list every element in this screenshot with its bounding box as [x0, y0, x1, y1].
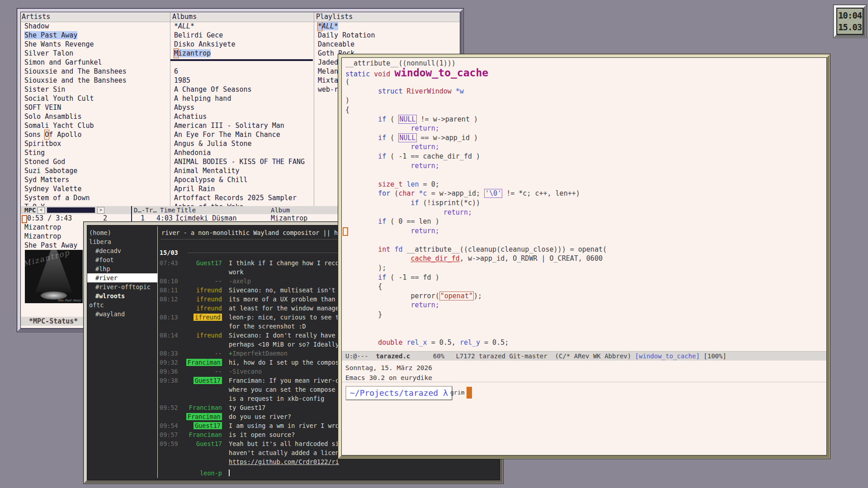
album-item[interactable]: Mizantrop	[170, 49, 314, 58]
eshell-input[interactable]: grim	[450, 389, 464, 396]
artist-item[interactable]: System of a Down	[21, 193, 170, 202]
escape-literal: '\0'	[484, 189, 502, 198]
artist-item[interactable]: She Wants Revenge	[21, 40, 170, 49]
artist-item[interactable]: SOFT VEIN	[21, 103, 170, 112]
nick-cell: Guest17	[180, 421, 222, 430]
channel-list[interactable]: (home)libera#decadv#foot#lhp#river#river…	[87, 228, 157, 319]
playlist-label: *ALL*	[318, 22, 338, 30]
album-item[interactable]: Belirdi Gece	[170, 31, 314, 40]
prev-track-button[interactable]: <	[38, 207, 45, 214]
artist-label: Siouxsie and the Banshees	[24, 76, 127, 84]
code-token: NULL	[398, 133, 416, 142]
channel-item-lhp[interactable]: #lhp	[87, 264, 157, 273]
message-nick: --	[215, 277, 222, 285]
artist-item[interactable]: Syd Matters	[21, 175, 170, 184]
album-item[interactable]: Anhedonia	[170, 148, 314, 157]
artist-item[interactable]: Sydney Valette	[21, 184, 170, 193]
dashboard-date: Sonntag, 15. März 2026	[345, 363, 432, 372]
artist-item[interactable]: Siouxsie and the Banshees	[21, 76, 170, 85]
code-token: perror(	[345, 292, 439, 300]
album-item[interactable]: Apocalypse & Chill	[170, 175, 314, 184]
artist-item[interactable]: Siouxsie and The Banshees	[21, 67, 170, 76]
cursor-box	[22, 215, 27, 223]
album-item[interactable]: Abyss	[170, 103, 314, 112]
playlist-item[interactable]: *ALL*	[314, 22, 460, 31]
albums-list[interactable]: *ALL*Belirdi GeceDisko AnksiyeteMizantro…	[170, 22, 314, 206]
artist-item[interactable]: Sting	[21, 148, 170, 157]
artist-label: Simon and Garfunkel	[24, 58, 102, 66]
code-token: __attribute__((cleanup(cleanup_close))) …	[402, 245, 607, 253]
clock-date-row: 88.88 15.03	[838, 21, 862, 33]
album-item[interactable]: American III - Solitary Man	[170, 121, 314, 130]
channel-item-decadv[interactable]: #decadv	[87, 246, 157, 255]
album-item[interactable]: Artoffact Records 2025 Sampler	[170, 193, 314, 202]
message-nick: Franciman	[189, 404, 222, 411]
artist-item[interactable]: T.O.Y.	[21, 202, 170, 206]
artist-item[interactable]: Social Youth Cult	[21, 94, 170, 103]
list-cursor: *	[317, 22, 322, 31]
code-token: {	[345, 282, 382, 291]
channel-item-riverofftopic[interactable]: #river-offtopic	[87, 282, 157, 291]
mpc-status-buffer-name: *MPC-Status*	[29, 317, 78, 325]
artist-item[interactable]: Somali Yacht Club	[21, 121, 170, 130]
album-item[interactable]: Animal Mentality	[170, 166, 314, 175]
playlist-label: Daily Rotation	[318, 31, 375, 39]
playlists-header: Playlists	[314, 12, 460, 22]
message-time	[160, 448, 180, 457]
album-item[interactable]: ANIMAL BODIES - KISS OF THE FANG	[170, 157, 314, 166]
playlist-item[interactable]: Danceable	[314, 40, 460, 49]
album-item[interactable]: A helping hand	[170, 94, 314, 103]
artist-item[interactable]: She Past Away	[21, 31, 170, 40]
artist-item[interactable]: Simon and Garfunkel	[21, 58, 170, 67]
channel-item-libera[interactable]: libera	[87, 237, 157, 246]
message-time	[160, 457, 180, 466]
code-buffer[interactable]: __attribute__((nonnull(1)))static void w…	[342, 58, 826, 347]
album-item[interactable]: 1985	[170, 76, 314, 85]
channel-item-foot[interactable]: #foot	[87, 255, 157, 264]
code-line: return;	[345, 226, 826, 236]
album-item[interactable]: Disko Anksiyete	[170, 40, 314, 49]
album-item[interactable]: Achatius	[170, 112, 314, 121]
artist-item[interactable]: Spiritbox	[21, 139, 170, 148]
artist-item[interactable]: Stoned God	[21, 157, 170, 166]
channel-item-wayland[interactable]: #wayland	[87, 310, 157, 319]
album-label: Achatius	[174, 113, 207, 121]
next-track-button[interactable]: >	[97, 207, 104, 214]
presence-sigil: +	[229, 350, 232, 357]
artist-label: Sons Of Apollo	[24, 131, 81, 139]
irc-text-cursor	[229, 469, 230, 476]
channel-item-river[interactable]: #river	[87, 273, 157, 282]
code-token: return;	[411, 227, 439, 235]
artist-item[interactable]: Suzi Sabotage	[21, 166, 170, 175]
modeline-position: 60% L7172 tarazed Git-master (C/* ARev W…	[410, 352, 635, 360]
message-time	[160, 322, 180, 331]
artist-item[interactable]: Sister Sin	[21, 85, 170, 94]
album-item[interactable]: *ALL*	[170, 22, 314, 31]
nick-cell: Guest17	[180, 376, 222, 385]
channel-item-wlroots[interactable]: #wlroots	[87, 291, 157, 300]
album-item[interactable]: April Rain	[170, 184, 314, 193]
album-item[interactable]: A Change Of Seasons	[170, 85, 314, 94]
album-item[interactable]: 6	[170, 67, 314, 76]
progress-bar[interactable]	[47, 207, 95, 213]
code-token: ( 0 == len )	[386, 217, 439, 225]
code-line: return;	[345, 300, 826, 310]
message-time: 09:52	[160, 403, 180, 412]
artists-list[interactable]: ShadowShe Past AwayShe Wants RevengeSilv…	[21, 22, 170, 206]
code-token	[345, 134, 378, 142]
album-item[interactable]: An Eye For The Main Chance	[170, 130, 314, 139]
artist-item[interactable]: Silver Talon	[21, 49, 170, 58]
channel-item-oftc[interactable]: oftc	[87, 300, 157, 310]
irc-input-row[interactable]: leon-p	[160, 469, 230, 478]
playlist-item[interactable]: Daily Rotation	[314, 31, 460, 40]
album-item[interactable]: Ashes of the Wake	[170, 202, 314, 206]
artist-item[interactable]: Shadow	[21, 22, 170, 31]
message-nick: ifreund	[196, 332, 222, 339]
artist-item[interactable]: Sons Of Apollo	[21, 130, 170, 139]
code-token: );	[345, 264, 386, 272]
album-item[interactable]: Angus & Julia Stone	[170, 139, 314, 148]
code-token	[345, 254, 411, 263]
code-line: return;	[345, 142, 826, 152]
channel-item-home[interactable]: (home)	[87, 228, 157, 237]
artist-item[interactable]: Solo Ansamblis	[21, 112, 170, 121]
